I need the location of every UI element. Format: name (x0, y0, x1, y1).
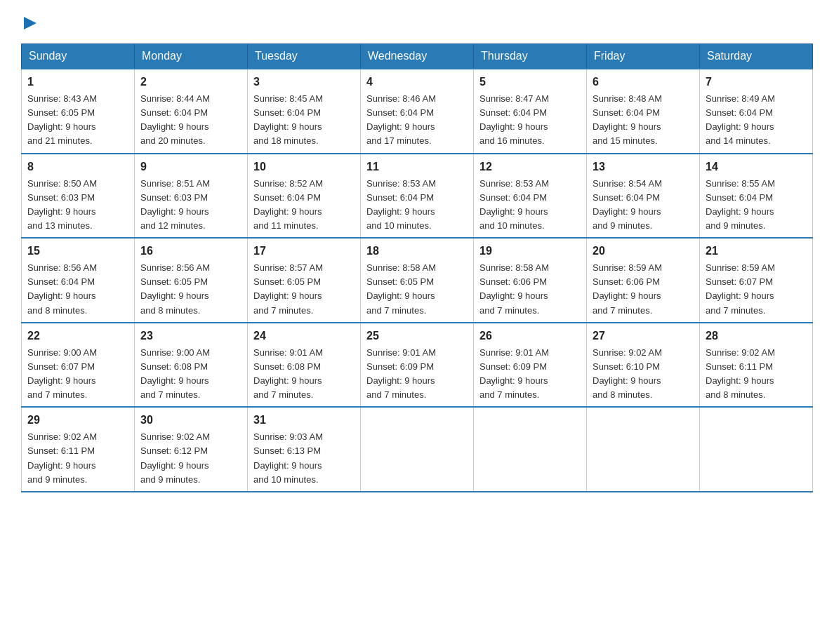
header-monday: Monday (135, 44, 248, 69)
day-number: 31 (253, 412, 355, 429)
header-saturday: Saturday (700, 44, 813, 69)
day-info: Sunrise: 8:44 AMSunset: 6:04 PMDaylight:… (140, 93, 210, 146)
calendar-cell (700, 407, 813, 492)
day-number: 16 (140, 243, 241, 260)
day-info: Sunrise: 8:50 AMSunset: 6:03 PMDaylight:… (27, 178, 97, 231)
day-number: 21 (706, 243, 807, 260)
calendar-cell: 18 Sunrise: 8:58 AMSunset: 6:05 PMDaylig… (361, 238, 474, 323)
day-number: 12 (479, 159, 581, 175)
header-tuesday: Tuesday (248, 44, 361, 69)
calendar-cell: 16 Sunrise: 8:56 AMSunset: 6:05 PMDaylig… (135, 238, 248, 323)
day-number: 25 (366, 328, 468, 344)
day-number: 3 (253, 74, 355, 90)
day-number: 9 (140, 159, 241, 175)
calendar-cell: 14 Sunrise: 8:55 AMSunset: 6:04 PMDaylig… (700, 154, 813, 239)
day-info: Sunrise: 8:58 AMSunset: 6:05 PMDaylight:… (366, 262, 436, 315)
day-info: Sunrise: 9:00 AMSunset: 6:07 PMDaylight:… (27, 347, 97, 400)
day-number: 8 (27, 159, 128, 175)
calendar-cell: 9 Sunrise: 8:51 AMSunset: 6:03 PMDayligh… (135, 154, 248, 239)
day-info: Sunrise: 8:43 AMSunset: 6:05 PMDaylight:… (27, 93, 97, 146)
calendar-week-5: 29 Sunrise: 9:02 AMSunset: 6:11 PMDaylig… (22, 407, 813, 492)
day-number: 29 (27, 412, 128, 429)
day-info: Sunrise: 8:51 AMSunset: 6:03 PMDaylight:… (140, 178, 210, 231)
calendar-cell: 25 Sunrise: 9:01 AMSunset: 6:09 PMDaylig… (361, 323, 474, 408)
calendar-cell: 5 Sunrise: 8:47 AMSunset: 6:04 PMDayligh… (474, 69, 587, 154)
day-info: Sunrise: 8:54 AMSunset: 6:04 PMDaylight:… (593, 178, 662, 231)
calendar-cell: 1 Sunrise: 8:43 AMSunset: 6:05 PMDayligh… (22, 69, 135, 154)
calendar-table: SundayMondayTuesdayWednesdayThursdayFrid… (21, 43, 813, 492)
calendar-cell: 4 Sunrise: 8:46 AMSunset: 6:04 PMDayligh… (361, 69, 474, 154)
day-number: 5 (479, 74, 581, 90)
day-info: Sunrise: 9:03 AMSunset: 6:13 PMDaylight:… (253, 431, 323, 484)
calendar-cell (361, 407, 474, 492)
calendar-cell (474, 407, 587, 492)
header-sunday: Sunday (22, 44, 135, 69)
calendar-cell: 6 Sunrise: 8:48 AMSunset: 6:04 PMDayligh… (587, 69, 700, 154)
calendar-cell: 20 Sunrise: 8:59 AMSunset: 6:06 PMDaylig… (587, 238, 700, 323)
calendar-header-row: SundayMondayTuesdayWednesdayThursdayFrid… (22, 44, 813, 69)
calendar-cell: 22 Sunrise: 9:00 AMSunset: 6:07 PMDaylig… (22, 323, 135, 408)
day-info: Sunrise: 8:57 AMSunset: 6:05 PMDaylight:… (253, 262, 323, 315)
day-number: 27 (593, 328, 694, 344)
calendar-cell: 29 Sunrise: 9:02 AMSunset: 6:11 PMDaylig… (22, 407, 135, 492)
calendar-cell: 19 Sunrise: 8:58 AMSunset: 6:06 PMDaylig… (474, 238, 587, 323)
day-number: 17 (253, 243, 355, 260)
calendar-cell: 28 Sunrise: 9:02 AMSunset: 6:11 PMDaylig… (700, 323, 813, 408)
calendar-week-3: 15 Sunrise: 8:56 AMSunset: 6:04 PMDaylig… (22, 238, 813, 323)
logo-arrow-icon (22, 15, 38, 31)
day-info: Sunrise: 8:53 AMSunset: 6:04 PMDaylight:… (366, 178, 436, 231)
calendar-cell: 24 Sunrise: 9:01 AMSunset: 6:08 PMDaylig… (248, 323, 361, 408)
calendar-cell: 30 Sunrise: 9:02 AMSunset: 6:12 PMDaylig… (135, 407, 248, 492)
header-wednesday: Wednesday (361, 44, 474, 69)
calendar-cell: 23 Sunrise: 9:00 AMSunset: 6:08 PMDaylig… (135, 323, 248, 408)
calendar-cell: 10 Sunrise: 8:52 AMSunset: 6:04 PMDaylig… (248, 154, 361, 239)
page-header (21, 14, 813, 31)
calendar-week-2: 8 Sunrise: 8:50 AMSunset: 6:03 PMDayligh… (22, 154, 813, 239)
calendar-cell: 13 Sunrise: 8:54 AMSunset: 6:04 PMDaylig… (587, 154, 700, 239)
calendar-cell: 11 Sunrise: 8:53 AMSunset: 6:04 PMDaylig… (361, 154, 474, 239)
day-number: 1 (27, 74, 128, 90)
day-number: 24 (253, 328, 355, 344)
day-info: Sunrise: 8:47 AMSunset: 6:04 PMDaylight:… (479, 93, 549, 146)
calendar-cell: 3 Sunrise: 8:45 AMSunset: 6:04 PMDayligh… (248, 69, 361, 154)
calendar-cell: 17 Sunrise: 8:57 AMSunset: 6:05 PMDaylig… (248, 238, 361, 323)
calendar-cell: 8 Sunrise: 8:50 AMSunset: 6:03 PMDayligh… (22, 154, 135, 239)
calendar-cell: 31 Sunrise: 9:03 AMSunset: 6:13 PMDaylig… (248, 407, 361, 492)
day-info: Sunrise: 8:55 AMSunset: 6:04 PMDaylight:… (706, 178, 775, 231)
day-number: 18 (366, 243, 468, 260)
calendar-cell: 27 Sunrise: 9:02 AMSunset: 6:10 PMDaylig… (587, 323, 700, 408)
day-number: 20 (593, 243, 694, 260)
day-number: 2 (140, 74, 241, 90)
day-number: 19 (479, 243, 581, 260)
header-thursday: Thursday (474, 44, 587, 69)
day-info: Sunrise: 8:53 AMSunset: 6:04 PMDaylight:… (479, 178, 549, 231)
day-info: Sunrise: 8:49 AMSunset: 6:04 PMDaylight:… (706, 93, 775, 146)
day-number: 26 (479, 328, 581, 344)
day-number: 4 (366, 74, 468, 90)
calendar-week-4: 22 Sunrise: 9:00 AMSunset: 6:07 PMDaylig… (22, 323, 813, 408)
day-number: 11 (366, 159, 468, 175)
calendar-cell: 21 Sunrise: 8:59 AMSunset: 6:07 PMDaylig… (700, 238, 813, 323)
day-info: Sunrise: 9:02 AMSunset: 6:11 PMDaylight:… (27, 431, 97, 484)
day-info: Sunrise: 8:46 AMSunset: 6:04 PMDaylight:… (366, 93, 436, 146)
day-number: 28 (706, 328, 807, 344)
header-friday: Friday (587, 44, 700, 69)
day-info: Sunrise: 9:01 AMSunset: 6:08 PMDaylight:… (253, 347, 323, 400)
day-info: Sunrise: 9:00 AMSunset: 6:08 PMDaylight:… (140, 347, 210, 400)
day-info: Sunrise: 8:56 AMSunset: 6:05 PMDaylight:… (140, 262, 210, 315)
day-number: 14 (706, 159, 807, 175)
day-info: Sunrise: 9:01 AMSunset: 6:09 PMDaylight:… (366, 347, 436, 400)
day-info: Sunrise: 9:01 AMSunset: 6:09 PMDaylight:… (479, 347, 549, 400)
day-number: 6 (593, 74, 694, 90)
day-number: 23 (140, 328, 241, 344)
svg-marker-0 (24, 17, 37, 29)
calendar-week-1: 1 Sunrise: 8:43 AMSunset: 6:05 PMDayligh… (22, 69, 813, 154)
calendar-cell: 2 Sunrise: 8:44 AMSunset: 6:04 PMDayligh… (135, 69, 248, 154)
day-info: Sunrise: 9:02 AMSunset: 6:11 PMDaylight:… (706, 347, 775, 400)
calendar-cell: 15 Sunrise: 8:56 AMSunset: 6:04 PMDaylig… (22, 238, 135, 323)
calendar-cell: 26 Sunrise: 9:01 AMSunset: 6:09 PMDaylig… (474, 323, 587, 408)
day-info: Sunrise: 8:45 AMSunset: 6:04 PMDaylight:… (253, 93, 323, 146)
day-info: Sunrise: 8:52 AMSunset: 6:04 PMDaylight:… (253, 178, 323, 231)
day-info: Sunrise: 8:58 AMSunset: 6:06 PMDaylight:… (479, 262, 549, 315)
calendar-cell (587, 407, 700, 492)
